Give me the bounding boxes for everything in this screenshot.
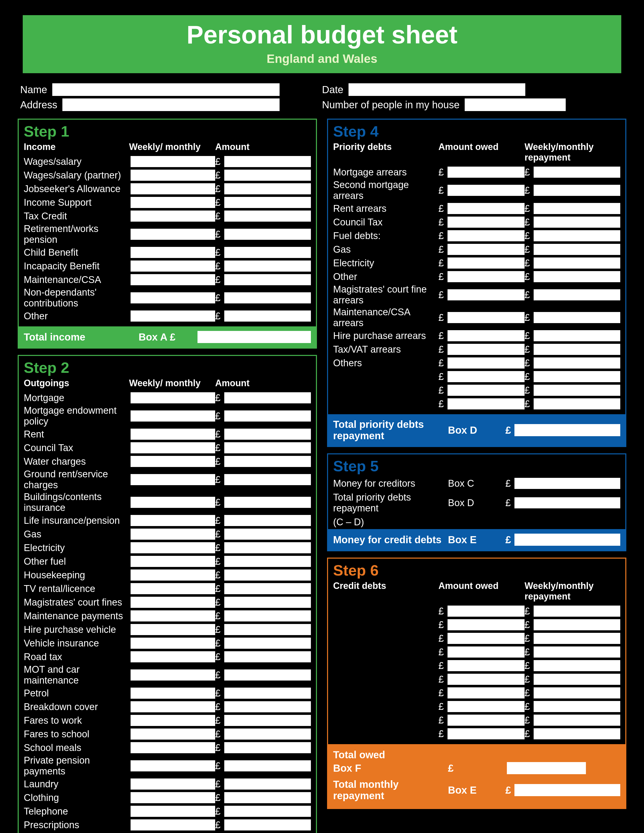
- period-input[interactable]: [130, 610, 215, 621]
- repay-input[interactable]: [534, 687, 620, 698]
- owed-input[interactable]: [448, 371, 525, 382]
- box-a-input[interactable]: [198, 331, 311, 343]
- period-input[interactable]: [130, 583, 215, 594]
- repay-input[interactable]: [534, 167, 620, 178]
- period-input[interactable]: [130, 778, 215, 790]
- period-input[interactable]: [130, 792, 215, 803]
- owed-input[interactable]: [448, 230, 525, 241]
- repay-input[interactable]: [534, 289, 620, 301]
- owed-input[interactable]: [448, 217, 525, 228]
- repay-input[interactable]: [534, 715, 620, 726]
- owed-input[interactable]: [448, 660, 525, 671]
- amount-input[interactable]: [224, 542, 311, 553]
- repay-input[interactable]: [534, 633, 620, 644]
- period-input[interactable]: [130, 556, 215, 567]
- period-input[interactable]: [130, 624, 215, 635]
- period-input[interactable]: [130, 688, 215, 699]
- repay-input[interactable]: [534, 330, 620, 341]
- amount-input[interactable]: [224, 497, 311, 508]
- period-input[interactable]: [130, 442, 215, 453]
- owed-input[interactable]: [448, 619, 525, 630]
- repay-input[interactable]: [534, 357, 620, 368]
- owed-input[interactable]: [448, 257, 525, 269]
- repay-input[interactable]: [534, 398, 620, 409]
- period-input[interactable]: [130, 261, 215, 272]
- box-e-input[interactable]: [514, 534, 620, 546]
- repay-input[interactable]: [534, 674, 620, 685]
- amount-input[interactable]: [224, 474, 311, 485]
- amount-input[interactable]: [224, 392, 311, 404]
- period-input[interactable]: [130, 742, 215, 753]
- household-input[interactable]: [465, 98, 566, 111]
- amount-input[interactable]: [224, 806, 311, 817]
- owed-input[interactable]: [448, 289, 525, 301]
- amount-input[interactable]: [224, 292, 311, 304]
- owed-input[interactable]: [448, 271, 525, 282]
- address-input[interactable]: [63, 98, 280, 111]
- period-input[interactable]: [130, 197, 215, 208]
- repay-input[interactable]: [534, 271, 620, 282]
- amount-input[interactable]: [224, 229, 311, 240]
- amount-input[interactable]: [224, 442, 311, 453]
- repay-input[interactable]: [534, 660, 620, 671]
- amount-input[interactable]: [224, 583, 311, 594]
- period-input[interactable]: [130, 542, 215, 553]
- box-d-input[interactable]: [514, 424, 620, 436]
- owed-input[interactable]: [448, 687, 525, 698]
- calc-input[interactable]: [514, 497, 620, 508]
- amount-input[interactable]: [224, 760, 311, 772]
- amount-input[interactable]: [224, 247, 311, 258]
- period-input[interactable]: [130, 497, 215, 508]
- period-input[interactable]: [130, 569, 215, 581]
- period-input[interactable]: [130, 806, 215, 817]
- period-input[interactable]: [130, 156, 215, 167]
- amount-input[interactable]: [224, 701, 311, 712]
- owed-input[interactable]: [448, 244, 525, 255]
- repay-input[interactable]: [534, 203, 620, 214]
- period-input[interactable]: [130, 701, 215, 712]
- amount-input[interactable]: [224, 261, 311, 272]
- owed-input[interactable]: [448, 606, 525, 617]
- amount-input[interactable]: [224, 274, 311, 285]
- period-input[interactable]: [130, 669, 215, 680]
- owed-input[interactable]: [448, 344, 525, 355]
- period-input[interactable]: [130, 515, 215, 526]
- repay-input[interactable]: [534, 217, 620, 228]
- repay-input[interactable]: [534, 728, 620, 739]
- amount-input[interactable]: [224, 569, 311, 581]
- repay-input[interactable]: [534, 344, 620, 355]
- amount-input[interactable]: [224, 211, 311, 222]
- name-input[interactable]: [52, 83, 280, 96]
- amount-input[interactable]: [224, 778, 311, 790]
- repay-input[interactable]: [534, 244, 620, 255]
- box-e2-input[interactable]: [514, 784, 620, 796]
- owed-input[interactable]: [448, 701, 525, 712]
- period-input[interactable]: [130, 429, 215, 440]
- date-input[interactable]: [349, 83, 525, 96]
- owed-input[interactable]: [448, 633, 525, 644]
- repay-input[interactable]: [534, 606, 620, 617]
- repay-input[interactable]: [534, 257, 620, 269]
- amount-input[interactable]: [224, 688, 311, 699]
- period-input[interactable]: [130, 760, 215, 772]
- owed-input[interactable]: [448, 312, 525, 323]
- amount-input[interactable]: [224, 529, 311, 540]
- amount-input[interactable]: [224, 715, 311, 726]
- amount-input[interactable]: [224, 310, 311, 322]
- period-input[interactable]: [130, 529, 215, 540]
- repay-input[interactable]: [534, 701, 620, 712]
- period-input[interactable]: [130, 170, 215, 181]
- period-input[interactable]: [130, 728, 215, 740]
- period-input[interactable]: [130, 310, 215, 322]
- amount-input[interactable]: [224, 638, 311, 649]
- amount-input[interactable]: [224, 410, 311, 421]
- amount-input[interactable]: [224, 556, 311, 567]
- period-input[interactable]: [130, 819, 215, 830]
- owed-input[interactable]: [448, 715, 525, 726]
- owed-input[interactable]: [448, 385, 525, 396]
- amount-input[interactable]: [224, 597, 311, 608]
- repay-input[interactable]: [534, 646, 620, 658]
- period-input[interactable]: [130, 211, 215, 222]
- calc-input[interactable]: [514, 478, 620, 489]
- owed-input[interactable]: [448, 167, 525, 178]
